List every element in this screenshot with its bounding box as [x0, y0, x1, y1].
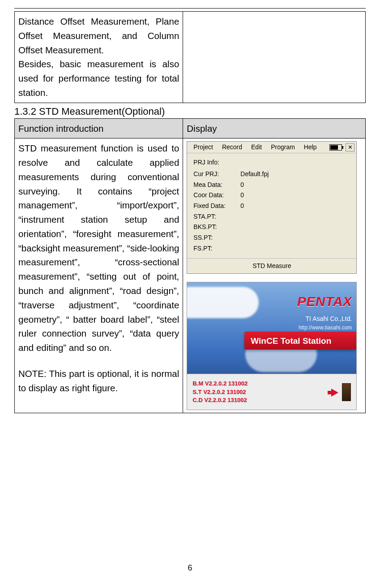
label-fixed-data: Fixed Data:: [193, 201, 240, 211]
label-fs-pt: FS.PT:: [193, 244, 240, 254]
label-coor-data: Coor Data:: [193, 190, 240, 200]
menu-record[interactable]: Record: [218, 142, 247, 153]
exit-icon[interactable]: [331, 382, 351, 402]
row-mea-data: Mea Data: 0: [193, 180, 350, 190]
version-lines: B.M V2.2.0.2 131002 S.T V2.2.0.2 131002 …: [192, 380, 248, 404]
row-ss-pt: SS.PT:: [193, 233, 350, 243]
header-display: Display: [183, 118, 366, 138]
version-cd: C.D V2.2.0.2 131002: [192, 396, 248, 404]
label-mea-data: Mea Data:: [193, 180, 240, 190]
product-banner: WinCE Total Station: [244, 332, 356, 350]
menu-help[interactable]: Help: [299, 142, 321, 153]
prev-table-left-cell: Distance Offset Measurement, Plane Offse…: [15, 12, 183, 103]
label-sta-pt: STA.PT:: [193, 212, 240, 222]
brand-box: PENTAX TI Asahi Co.,Ltd. http://www.tias…: [260, 289, 356, 337]
brand-name: PENTAX: [270, 291, 352, 312]
row-bks-pt: BKS.PT:: [193, 222, 350, 232]
section-heading: 1.3.2 STD Measurement(Optional): [14, 106, 366, 117]
value-coor-data: 0: [240, 190, 350, 200]
value-mea-data: 0: [240, 180, 350, 190]
battery-icon: [329, 144, 342, 151]
value-sta-pt: [240, 212, 350, 222]
prev-paragraph-2: Besides, basic measurement is also used …: [18, 57, 179, 99]
company-name: TI Asahi Co.,Ltd.: [270, 314, 352, 324]
version-bm: B.M V2.2.0.2 131002: [192, 380, 248, 388]
splash-screen: PENTAX TI Asahi Co.,Ltd. http://www.tias…: [187, 282, 357, 410]
prev-paragraph-1: Distance Offset Measurement, Plane Offse…: [18, 14, 179, 57]
value-fixed-data: 0: [240, 201, 350, 211]
page-number: 6: [0, 563, 380, 573]
value-cur-prj: Default.fpj: [240, 169, 350, 179]
function-intro-cell: STD measurement function is used to reso…: [15, 138, 183, 413]
menu-program[interactable]: Program: [266, 142, 299, 153]
version-st: S.T V2.2.0.2 131002: [192, 388, 248, 396]
menu-edit[interactable]: Edit: [247, 142, 266, 153]
std-measure-app-window: Project Record Edit Program Help ✕ PRJ I…: [187, 141, 357, 274]
top-rule: [14, 8, 366, 9]
value-ss-pt: [240, 233, 350, 243]
row-fixed-data: Fixed Data: 0: [193, 201, 350, 211]
header-function-introduction: Function introduction: [15, 118, 183, 138]
value-fs-pt: [240, 244, 350, 254]
prev-table-right-cell: [183, 12, 366, 103]
row-sta-pt: STA.PT:: [193, 212, 350, 222]
page: Distance Offset Measurement, Plane Offse…: [0, 0, 380, 588]
label-bks-pt: BKS.PT:: [193, 222, 240, 232]
app-status-bar: STD Measure: [187, 258, 356, 274]
value-bks-pt: [240, 222, 350, 232]
close-button[interactable]: ✕: [346, 143, 354, 151]
function-intro-text: STD measurement function is used to reso…: [18, 141, 179, 355]
function-intro-note: NOTE: This part is optional, it is norma…: [18, 367, 179, 395]
row-fs-pt: FS.PT:: [193, 244, 350, 254]
display-cell: Project Record Edit Program Help ✕ PRJ I…: [183, 138, 366, 413]
menu-project[interactable]: Project: [189, 142, 218, 153]
splash-footer: B.M V2.2.0.2 131002 S.T V2.2.0.2 131002 …: [187, 374, 356, 410]
std-table: Function introduction Display STD measur…: [14, 118, 366, 414]
app-menubar: Project Record Edit Program Help ✕: [187, 142, 356, 153]
app-body: PRJ Info: Cur PRJ: Default.fpj Mea Data:…: [187, 153, 356, 258]
cloud-decoration: [187, 287, 259, 318]
row-coor-data: Coor Data: 0: [193, 190, 350, 200]
company-url: http://www.tiasahi.com: [270, 324, 352, 332]
label-cur-prj: Cur PRJ:: [193, 169, 240, 179]
prev-table-fragment: Distance Offset Measurement, Plane Offse…: [14, 11, 366, 103]
label-ss-pt: SS.PT:: [193, 233, 240, 243]
prj-info-label: PRJ Info:: [193, 158, 350, 168]
row-cur-prj: Cur PRJ: Default.fpj: [193, 169, 350, 179]
